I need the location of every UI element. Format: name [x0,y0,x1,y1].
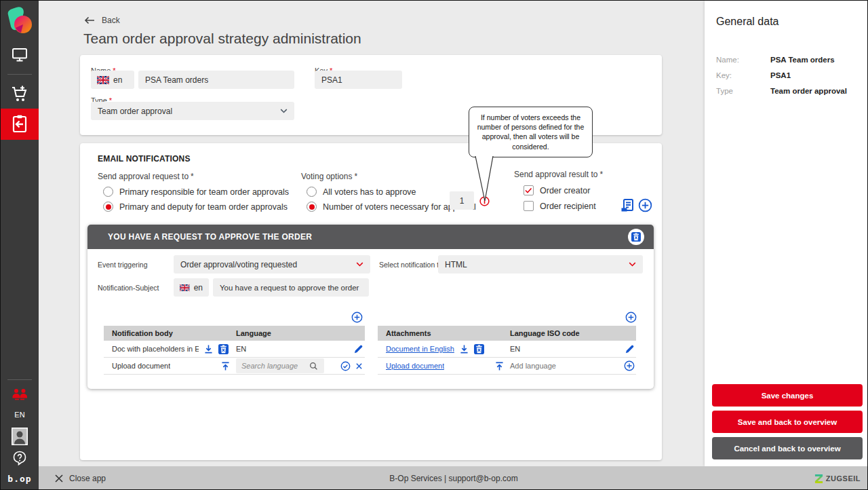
field-value: PSA Team orders [770,56,835,64]
table-header: Notification body Language [104,326,365,341]
save-and-back-button[interactable]: Save and back to overview [712,411,863,433]
back-arrow-icon [84,16,95,24]
notification-card-header: YOU HAVE A REQUEST TO APPROVE THE ORDER [87,225,654,249]
bop-logo: b.op [7,474,31,484]
table-row: Doc with placeholders in Engli... EN [104,341,365,358]
help-icon [12,451,27,466]
field-label: Type [716,87,770,95]
name-input[interactable] [138,71,294,89]
zugseil-label: ZUGSEIL [826,474,861,483]
radio-label: Primary and deputy for team order approv… [119,202,288,212]
event-triggering-label: Event triggering [98,261,148,269]
radio-icon-selected [307,202,317,212]
key-input[interactable] [315,71,402,89]
column-header: Language ISO code [509,329,636,337]
name-language-chip[interactable]: en [91,71,134,89]
add-attachment-row-icon[interactable] [625,312,637,323]
checkbox-order-creator[interactable]: Order creator [524,185,603,195]
back-button[interactable]: Back [84,16,120,25]
radio-primary-responsible[interactable]: Primary responsible for team order appro… [103,187,289,197]
add-language-icon[interactable] [624,360,635,371]
cart-plus-icon [10,83,29,104]
add-notification-icon[interactable] [638,198,652,212]
checkbox-unchecked-icon [524,201,534,211]
upload-document-label[interactable]: Upload document [112,362,170,370]
table-row: Upload document [104,358,365,375]
edit-icon[interactable] [353,344,363,354]
notification-template-icon[interactable] [620,198,635,213]
subject-input[interactable] [213,278,369,297]
notification-type-value: HTML [445,260,467,269]
sidebar-item-approvals[interactable] [1,109,39,140]
delete-attachment-icon[interactable] [474,344,484,354]
type-select[interactable]: Team order approval [91,102,294,120]
add-language-label: Add language [510,362,556,370]
edit-icon[interactable] [625,344,635,354]
uk-flag-icon [97,76,109,84]
checkbox-label: Order creator [540,186,590,195]
radio-icon [307,187,317,197]
column-header: Notification body [104,329,235,337]
panel-field-name: Name: PSA Team orders [716,56,835,64]
upload-attachment-link[interactable]: Upload document [386,362,444,370]
add-body-row-icon[interactable] [351,312,363,323]
event-triggering-select[interactable]: Order approval/voting requested [174,255,370,274]
field-label: Name: [716,56,770,64]
tooltip-tail [473,156,495,202]
chevron-down-icon [280,109,288,113]
download-icon[interactable] [459,344,469,354]
document-name: Doc with placeholders in Engli... [112,345,199,353]
sidebar-item-dashboard[interactable] [1,40,39,70]
notification-type-select[interactable]: HTML [438,255,643,274]
clipboard-back-icon [11,114,28,134]
radio-label: All voters has to approve [323,187,416,197]
voters-count-input[interactable] [450,191,474,210]
notification-card-title: YOU HAVE A REQUEST TO APPROVE THE ORDER [108,232,628,242]
chevron-down-icon [356,262,363,267]
upload-icon[interactable] [220,361,235,371]
search-icon[interactable] [309,362,318,371]
notification-card: YOU HAVE A REQUEST TO APPROVE THE ORDER … [87,225,654,389]
required-marker: * [191,172,194,181]
field-value: PSA1 [770,71,791,79]
column-header: Attachments [378,329,509,337]
notification-body-table: Notification body Language Doc with plac… [104,326,365,375]
back-label: Back [102,16,120,25]
required-marker: * [354,172,357,181]
sidebar-item-orders[interactable] [1,79,39,109]
uk-flag-icon [180,284,190,292]
cancel-and-back-button[interactable]: Cancel and back to overview [712,437,863,459]
delete-notification-button[interactable] [628,229,644,245]
table-row: Document in English EN [378,341,636,358]
zugseil-brand: ZUGSEIL [814,474,861,484]
sidebar-item-profile[interactable] [1,425,39,448]
attachments-table: Attachments Language ISO code Document i… [378,326,636,375]
section-title: EMAIL NOTIFICATIONS [98,154,191,164]
monitor-icon [11,47,28,63]
radio-icon [103,187,113,197]
field-label: Key: [716,71,770,79]
save-changes-button[interactable]: Save changes [712,384,863,407]
delete-document-icon[interactable] [218,344,229,354]
upload-icon[interactable] [494,361,509,371]
checkbox-label: Order recipient [540,202,596,211]
radio-primary-and-deputy[interactable]: Primary and deputy for team order approv… [103,202,289,212]
subject-language-chip[interactable]: en [174,278,209,297]
sidebar-item-help[interactable] [1,448,39,468]
sidebar-item-users[interactable] [1,384,39,404]
cancel-language-icon[interactable] [355,362,363,371]
download-icon[interactable] [203,344,214,354]
chevron-down-icon [629,262,636,267]
sidebar: EN b.op [1,1,39,490]
app-logo-icon[interactable] [6,6,33,36]
tooltip-text: If number of voters exceeds the number o… [477,113,585,151]
people-exchange-icon [11,388,28,400]
sidebar-bottom: EN b.op [1,375,39,490]
confirm-language-icon[interactable] [340,361,351,371]
checkbox-order-recipient[interactable]: Order recipient [524,201,603,211]
voters-tooltip: If number of voters exceeds the number o… [469,107,593,157]
main-content: Back Team order approval strategy admini… [39,1,705,466]
language-indicator[interactable]: EN [14,411,24,419]
general-data-panel: General data Name: PSA Team orders Key: … [705,1,868,466]
attachment-link[interactable]: Document in English [386,345,454,353]
